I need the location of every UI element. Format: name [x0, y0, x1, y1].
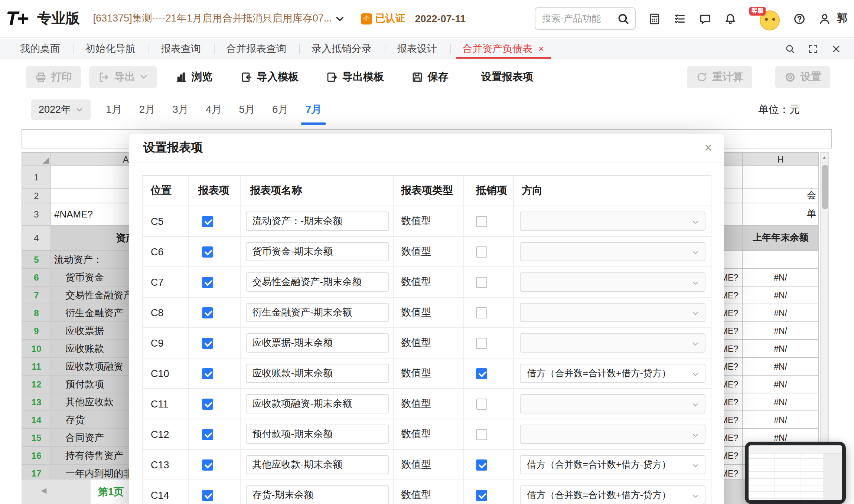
- tab[interactable]: 录入抵销分录 ×: [299, 39, 384, 59]
- direction-select[interactable]: [520, 303, 705, 322]
- row-number[interactable]: 14: [22, 411, 51, 429]
- row-number[interactable]: 8: [22, 304, 51, 322]
- set-report-items-button[interactable]: 设置报表项: [481, 70, 533, 84]
- row-number[interactable]: 5: [22, 251, 51, 269]
- calculator-icon[interactable]: [648, 12, 661, 25]
- month-tab[interactable]: 5月: [236, 94, 258, 126]
- tab[interactable]: 我的桌面 ×: [7, 39, 73, 59]
- report-item-name-input[interactable]: [245, 242, 389, 261]
- report-item-name-input[interactable]: [245, 333, 389, 353]
- report-item-checkbox[interactable]: [202, 459, 213, 470]
- scroll-up-icon[interactable]: ▲: [821, 153, 828, 163]
- support-mascot[interactable]: 客服: [749, 7, 780, 30]
- offset-item-checkbox[interactable]: [476, 429, 487, 440]
- row-number[interactable]: 2: [22, 189, 51, 203]
- direction-select[interactable]: [520, 212, 705, 231]
- report-item-checkbox[interactable]: [202, 246, 213, 257]
- report-item-name-input[interactable]: [245, 364, 389, 383]
- row-number[interactable]: 6: [22, 269, 51, 287]
- cell-h[interactable]: #N/: [743, 322, 819, 340]
- cell-h[interactable]: [743, 251, 819, 269]
- column-header-h[interactable]: H: [743, 153, 819, 166]
- report-preview-thumbnail[interactable]: [745, 442, 846, 504]
- row-number[interactable]: 1: [22, 166, 51, 189]
- report-item-name-input[interactable]: [245, 303, 389, 322]
- cell-h[interactable]: 单: [743, 203, 819, 226]
- tab[interactable]: 初始化导航 ×: [73, 39, 148, 59]
- recalculate-button[interactable]: 重计算: [687, 66, 752, 88]
- cell-h[interactable]: [743, 166, 819, 189]
- offset-item-checkbox[interactable]: [476, 398, 487, 409]
- report-item-checkbox[interactable]: [202, 276, 213, 288]
- cell-h[interactable]: #N/: [743, 376, 819, 393]
- fullscreen-icon[interactable]: [808, 43, 818, 54]
- offset-item-checkbox[interactable]: [476, 337, 487, 348]
- feedback-icon[interactable]: [699, 12, 711, 25]
- report-item-name-input[interactable]: [245, 455, 389, 474]
- row-number[interactable]: 10: [22, 340, 51, 358]
- select-all-corner[interactable]: [22, 153, 51, 166]
- row-number[interactable]: 16: [22, 447, 51, 465]
- row-number[interactable]: 13: [22, 393, 51, 411]
- report-item-checkbox[interactable]: [202, 490, 213, 501]
- window-close-icon[interactable]: [831, 43, 841, 54]
- tab[interactable]: 合并报表查询 ×: [214, 39, 299, 59]
- direction-select[interactable]: [520, 272, 705, 292]
- row-number[interactable]: 15: [22, 429, 51, 447]
- row-number[interactable]: 7: [22, 287, 51, 304]
- offset-item-checkbox[interactable]: [476, 307, 487, 318]
- report-item-checkbox[interactable]: [202, 429, 213, 440]
- tab-search-icon[interactable]: [785, 43, 795, 54]
- cell-h[interactable]: #N/: [743, 393, 819, 411]
- month-tab[interactable]: 3月: [169, 94, 192, 126]
- tab-close-icon[interactable]: ×: [538, 44, 544, 53]
- row-number[interactable]: 3: [22, 203, 51, 226]
- row-number[interactable]: 9: [22, 322, 51, 340]
- cell-h[interactable]: #N/: [743, 304, 819, 322]
- report-item-name-input[interactable]: [245, 425, 389, 444]
- save-button[interactable]: 保存: [411, 70, 449, 84]
- cell-h[interactable]: 上年年末余额: [743, 226, 819, 251]
- browse-button[interactable]: 浏览: [175, 70, 212, 84]
- direction-select[interactable]: [520, 394, 705, 413]
- cell-h[interactable]: #N/: [743, 411, 819, 429]
- user-menu[interactable]: 郭: [818, 12, 847, 25]
- offset-item-checkbox[interactable]: [476, 216, 487, 227]
- report-item-name-input[interactable]: [245, 394, 389, 413]
- direction-select[interactable]: 借方（合并数=合计数+借方-贷方）: [520, 455, 705, 474]
- report-item-checkbox[interactable]: [202, 216, 213, 227]
- direction-select[interactable]: [520, 242, 705, 261]
- help-icon[interactable]: [793, 12, 806, 25]
- offset-item-checkbox[interactable]: [476, 490, 487, 501]
- year-selector[interactable]: 2022年: [31, 99, 90, 120]
- search-box[interactable]: [535, 7, 636, 30]
- tab[interactable]: 报表设计 ×: [384, 39, 450, 59]
- row-number[interactable]: 12: [22, 376, 51, 393]
- offset-item-checkbox[interactable]: [476, 246, 487, 257]
- cell-h[interactable]: 会: [743, 189, 819, 203]
- tab[interactable]: 合并资产负债表 ×: [450, 39, 557, 59]
- notifications-icon[interactable]: [724, 12, 737, 25]
- search-icon[interactable]: [617, 12, 630, 25]
- report-item-name-input[interactable]: [245, 272, 389, 292]
- import-template-button[interactable]: 导入模板: [241, 70, 299, 84]
- month-tab[interactable]: 1月: [103, 94, 125, 126]
- offset-item-checkbox[interactable]: [476, 368, 487, 379]
- print-button[interactable]: 打印: [26, 66, 81, 88]
- month-tab[interactable]: 6月: [269, 94, 291, 126]
- offset-item-checkbox[interactable]: [476, 459, 487, 470]
- row-number[interactable]: 11: [22, 358, 51, 376]
- cell-h[interactable]: #N/: [743, 358, 819, 376]
- search-input[interactable]: [542, 13, 617, 24]
- direction-select[interactable]: [520, 333, 705, 353]
- dialog-close-icon[interactable]: ×: [704, 141, 712, 154]
- report-item-checkbox[interactable]: [202, 307, 213, 318]
- offset-item-checkbox[interactable]: [476, 276, 487, 288]
- report-item-name-input[interactable]: [245, 485, 389, 504]
- month-tab[interactable]: 2月: [136, 94, 159, 126]
- account-selector[interactable]: [631375]集测----21年1月启用合并抵消只启用库存07...: [93, 12, 345, 25]
- export-button[interactable]: 导出: [89, 66, 157, 88]
- direction-select[interactable]: [520, 425, 705, 444]
- report-item-checkbox[interactable]: [202, 337, 213, 348]
- cell-h[interactable]: #N/: [743, 269, 819, 287]
